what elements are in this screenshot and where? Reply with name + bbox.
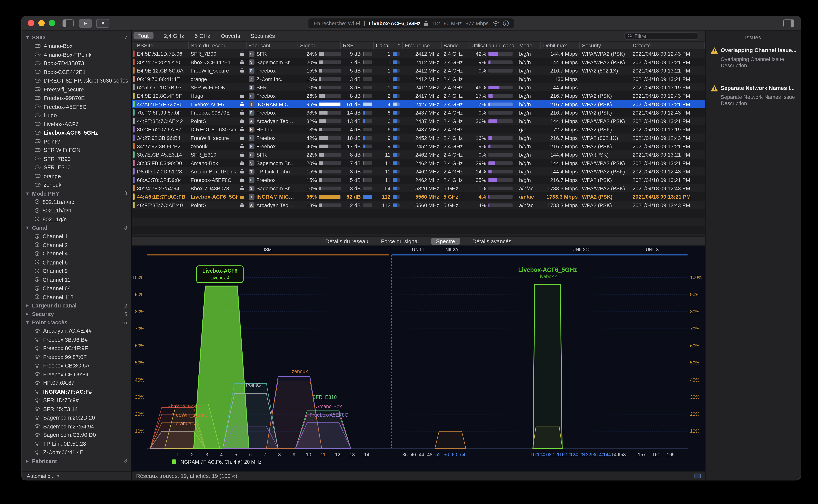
disclosure-down-icon[interactable]: ▾ <box>26 225 32 230</box>
disclosure-down-icon[interactable]: ▾ <box>26 35 32 40</box>
sidebar-item-freebox-3b-96-b[interactable]: Freebox:3B:96:B# <box>22 335 131 344</box>
sidebar-section-fabricant[interactable]: ▸Fabricant8 <box>22 456 131 465</box>
sidebar-item-channel-9[interactable]: Channel 9 <box>22 267 131 275</box>
column-header-lock[interactable] <box>238 41 246 49</box>
sidebar-item-sfr-7b90[interactable]: SFR_7B90 <box>22 154 131 163</box>
sidebar-item-pointg[interactable]: PointG <box>22 137 131 146</box>
table-row[interactable]: 44:A6:1E:7F:AC:F6Livebox-ACF6IINGRAM MIC… <box>132 100 705 108</box>
issue-item-separate-network-names-i[interactable]: Separate Network Names I...Separate Netw… <box>706 85 801 107</box>
sidebar-item-channel-11[interactable]: Channel 11 <box>22 275 131 284</box>
sidebar-item-freebox-99870e[interactable]: Freebox-99870E <box>22 94 131 102</box>
sidebar-item-amano-box-tplink[interactable]: Amano-Box-TPLink <box>22 50 131 59</box>
sidebar-footer-dropdown[interactable]: Automatic... ▾ <box>22 471 131 480</box>
close-button[interactable] <box>28 20 34 26</box>
filter-tab-s-curis-s[interactable]: Sécurisés <box>251 33 275 39</box>
sidebar-item-freebox-99-87-0f[interactable]: Freebox:99:87:0F <box>22 353 131 361</box>
detail-tab-d-tails-du-r-seau[interactable]: Détails du réseau <box>325 238 368 244</box>
table-row[interactable]: 68:A3:78:CF:D9:84Freebox-A5EF8CFFreebox1… <box>132 176 705 184</box>
spectrum-shape-bbox-7d43b073[interactable] <box>435 431 466 448</box>
sidebar-item-orange[interactable]: orange <box>22 172 131 180</box>
table-row[interactable]: 34:27:92:3B:96:B4FreeWifi_secureFFreebox… <box>132 133 705 142</box>
sidebar-section-mode-phy[interactable]: ▾Mode PHY3 <box>22 189 131 197</box>
minimize-button[interactable] <box>38 20 45 26</box>
column-header-canal[interactable]: Canal^ <box>374 41 403 49</box>
sidebar-item-direct-82-hp-skjet-3630-series[interactable]: DIRECT-82-HP...skJet 3630 series <box>22 76 131 85</box>
table-row[interactable]: 30:7E:CB:45:E3:14SFR_E310SSFR22%8 dB1124… <box>132 150 705 159</box>
table-row[interactable]: 30:24:78:27:54:94Bbox-7D43B073SSagemcom … <box>132 184 705 192</box>
zoom-button[interactable] <box>49 20 55 26</box>
table-row[interactable]: 44:FE:3B:7C:AE:42PointGAArcadyan Technol… <box>132 117 705 125</box>
sidebar-item-channel-1[interactable]: Channel 1 <box>22 232 131 240</box>
titlebar[interactable]: ▶ ■ En recherche: Wi-Fi | Livebox-ACF6_5… <box>22 16 801 30</box>
sidebar-item-z-com-66-41-4e[interactable]: Z-Com:66:41:4E <box>22 448 131 456</box>
sidebar-item-tp-link-0d-51-28[interactable]: TP-Link:0D:51:28 <box>22 439 131 448</box>
sidebar-item-sfr-e310[interactable]: SFR_E310 <box>22 163 131 172</box>
sidebar-item-livebox-acf6-5ghz[interactable]: Livebox-ACF6_5GHz <box>22 128 131 137</box>
table-row[interactable]: 38:35:FB:C3:90:D0Amano-BoxSSagemcom Broa… <box>132 159 705 167</box>
disclosure-right-icon[interactable]: ▸ <box>26 303 32 308</box>
sidebar-item-channel-2[interactable]: Channel 2 <box>22 240 131 249</box>
column-header-utilisation-du-canal[interactable]: Utilisation du canal <box>469 41 517 49</box>
toggle-inspector-icon[interactable] <box>783 19 794 27</box>
table-row[interactable]: 46:FE:3B:7C:AE:40PointGAArcadyan Technol… <box>132 201 705 209</box>
filter-tab-5-ghz[interactable]: 5 GHz <box>195 33 210 39</box>
sidebar-item-channel-4[interactable]: Channel 4 <box>22 249 131 258</box>
table-row[interactable]: D8:0D:17:0D:51:28Amano-Box-TPLinkTTP-Lin… <box>132 167 705 176</box>
sidebar-item-freebox-a5ef8c[interactable]: Freebox-A5EF8C <box>22 102 131 111</box>
filter-input[interactable] <box>635 33 695 39</box>
sidebar-item-zenouk[interactable]: zenouk <box>22 180 131 189</box>
sidebar-item-channel-6[interactable]: Channel 6 <box>22 258 131 267</box>
sidebar-item-arcadyan-7c-ae-4[interactable]: Arcadyan:7C:AE:4# <box>22 326 131 335</box>
sidebar-item-bbox-cce442e1[interactable]: Bbox-CCE442E1 <box>22 68 131 76</box>
info-icon[interactable]: i <box>503 20 509 26</box>
spectrum-shape-livebox-acf6-5ghz[interactable] <box>533 284 562 448</box>
column-header-rsb[interactable]: RSB <box>341 41 374 49</box>
search-box[interactable] <box>624 32 699 40</box>
filter-tab-ouverts[interactable]: Ouverts <box>221 33 240 39</box>
scan-stop-button[interactable]: ■ <box>96 19 109 28</box>
disclosure-right-icon[interactable]: ▸ <box>26 458 32 463</box>
table-row[interactable]: 30:24:78:20:2D:20Bbox-CCE442E1SSagemcom … <box>132 58 705 66</box>
sidebar-item-sagemcom-27-54-94[interactable]: Sagemcom:27:54:94 <box>22 422 131 431</box>
sidebar-section-security[interactable]: ▸Security5 <box>22 310 131 318</box>
column-header-d-bit-max[interactable]: Débit max <box>541 41 580 49</box>
table-row[interactable]: 34:27:92:3B:96:B2zenoukFFreebox40%17 dB9… <box>132 142 705 150</box>
sidebar-item-freebox-8c-4f-9f[interactable]: Freebox:8C:4F:9F <box>22 344 131 353</box>
sidebar-item-channel-112[interactable]: Channel 112 <box>22 293 131 301</box>
sidebar-item-hugo[interactable]: Hugo <box>22 111 131 120</box>
table-row[interactable]: 44:A6:1E:7F:AC:FBLivebox-ACF6_5GHzIINGRA… <box>132 192 705 201</box>
detail-tab-d-tails-avanc-s[interactable]: Détails avancés <box>472 238 511 244</box>
column-header-fabricant[interactable]: Fabricant <box>246 41 298 49</box>
column-header-fr-quence[interactable]: Fréquence <box>403 41 441 49</box>
table-row[interactable]: 62:5D:51:1D:7B:97SFR WiFi FONSSFR10%3 dB… <box>132 83 705 91</box>
table-row[interactable]: 80:CE:62:07:6A:87DIRECT-8...630 seriesHH… <box>132 125 705 133</box>
column-header-security[interactable]: Security <box>580 41 631 49</box>
sidebar-section-ssid[interactable]: ▾SSID17 <box>22 33 131 41</box>
sidebar-section-canal[interactable]: ▾Canal8 <box>22 223 131 232</box>
sidebar-section-largeur-du-canal[interactable]: ▸Largeur du canal2 <box>22 301 131 310</box>
column-header-bssid[interactable]: BSSID <box>135 41 188 49</box>
sidebar-item-sagemcom-c3-90-d0[interactable]: Sagemcom:C3:90:D0 <box>22 431 131 439</box>
sidebar-item-sfr-wifi-fon[interactable]: SFR WiFi FON <box>22 146 131 154</box>
sidebar-item-bbox-7d43b073[interactable]: Bbox-7D43B073 <box>22 59 131 68</box>
table-row[interactable]: E4:9E:12:8C:4F:9FHugoFFreebox26%8 dB2241… <box>132 91 705 100</box>
column-header-mode[interactable]: Mode <box>517 41 541 49</box>
table-row[interactable]: E4:5D:51:1D:7B:96SFR_7B90SSFR24%9 dB1241… <box>132 49 705 58</box>
sidebar-item-freebox-cf-d9-84[interactable]: Freebox:CF:D9:84 <box>22 370 131 378</box>
column-header-nom-du-r-seau[interactable]: Nom du réseau <box>188 41 238 49</box>
sidebar-item-ingram-7f-ac-f[interactable]: INGRAM:7F:AC:F# <box>22 387 131 396</box>
sidebar-item-sfr-1d-7b-9[interactable]: SFR:1D:7B:9# <box>22 396 131 405</box>
sidebar-item-livebox-acf6[interactable]: Livebox-ACF6 <box>22 120 131 128</box>
sidebar-item-amano-box[interactable]: Amano-Box <box>22 41 131 50</box>
table-row[interactable]: 06:19:70:66:41:4EorangeZZ-Com Inc.10%3 d… <box>132 75 705 83</box>
column-header-bande[interactable]: Bande <box>441 41 469 49</box>
sidebar-item-802-11b-g-n[interactable]: 802.11b/g/n <box>22 206 131 215</box>
issue-item-overlapping-channel-issue[interactable]: Overlapping Channel Issue...Overlapping … <box>706 47 801 69</box>
disclosure-right-icon[interactable]: ▸ <box>26 311 32 317</box>
sidebar-item-hp-07-6a-87[interactable]: HP:07:6A:87 <box>22 378 131 387</box>
sidebar-item-freebox-cb-8c-6a[interactable]: Freebox:CB:8C:6A <box>22 361 131 370</box>
sidebar-item-802-11a-n-ac[interactable]: 802.11a/n/ac <box>22 197 131 206</box>
sidebar-item-sagemcom-20-2d-20[interactable]: Sagemcom:20:2D:20 <box>22 413 131 422</box>
filter-tab-tout[interactable]: Tout <box>133 32 153 39</box>
disclosure-down-icon[interactable]: ▾ <box>26 320 32 325</box>
